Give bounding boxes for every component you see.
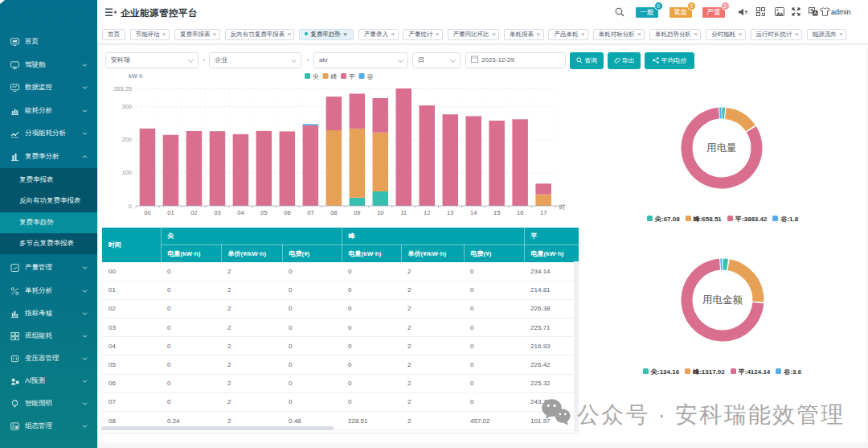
svg-text:15: 15 [493, 209, 500, 216]
svg-text:12: 12 [424, 209, 430, 216]
svg-text:08: 08 [330, 209, 337, 216]
svg-text:00: 00 [144, 209, 150, 216]
svg-text:用电量: 用电量 [706, 142, 737, 154]
svg-text:03: 03 [214, 209, 220, 216]
svg-text:11: 11 [400, 209, 407, 216]
svg-text:09: 09 [354, 209, 360, 216]
svg-text:02: 02 [190, 209, 197, 216]
svg-text:kW·h: kW·h [129, 72, 143, 80]
svg-text:07: 07 [307, 209, 313, 216]
svg-text:0: 0 [129, 203, 132, 210]
svg-text:A: A [813, 10, 817, 15]
svg-text:355.25: 355.25 [113, 85, 132, 92]
svg-text:06: 06 [284, 209, 290, 216]
svg-text:17: 17 [540, 209, 547, 216]
svg-text:100: 100 [121, 169, 132, 176]
svg-text:10: 10 [377, 209, 383, 216]
svg-text:16: 16 [517, 209, 523, 216]
svg-text:04: 04 [237, 209, 244, 216]
svg-text:平: 平 [349, 73, 355, 80]
svg-text:时: 时 [559, 203, 566, 211]
svg-text:用电金额: 用电金额 [702, 294, 743, 306]
svg-text:01: 01 [167, 209, 174, 216]
svg-text:300: 300 [121, 103, 132, 110]
svg-text:13: 13 [447, 209, 453, 216]
svg-text:峰: 峰 [331, 73, 338, 80]
svg-text:14: 14 [470, 209, 477, 216]
svg-text:05: 05 [260, 209, 267, 216]
svg-text:谷: 谷 [367, 73, 374, 80]
svg-text:200: 200 [121, 136, 132, 143]
svg-text:尖: 尖 [313, 73, 319, 80]
